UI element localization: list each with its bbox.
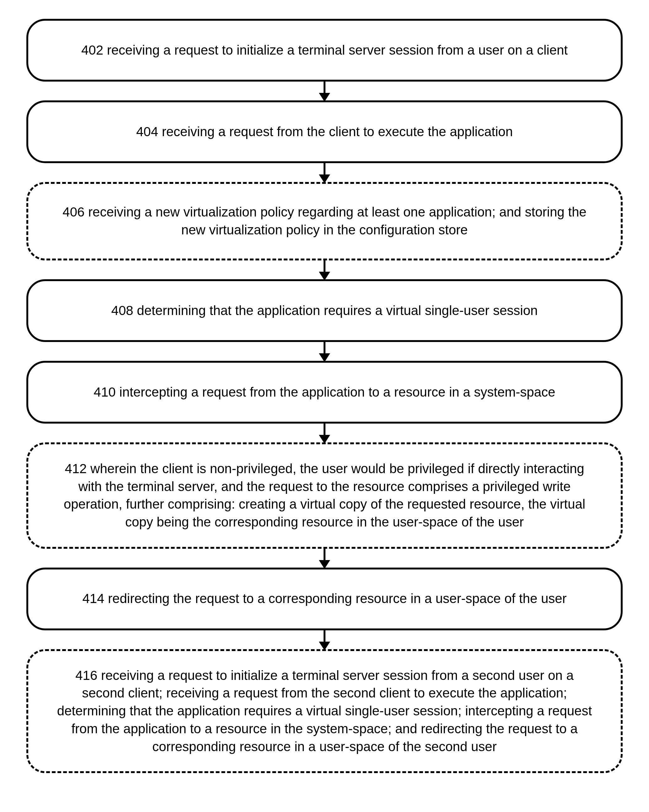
node-402-text: 402 receiving a request to initialize a … — [81, 41, 568, 59]
node-404: 404 receiving a request from the client … — [26, 101, 623, 163]
arrow-icon — [324, 630, 325, 649]
flowchart: 402 receiving a request to initialize a … — [25, 19, 624, 773]
node-416: 416 receiving a request to initialize a … — [26, 649, 623, 773]
node-404-text: 404 receiving a request from the client … — [136, 123, 513, 141]
arrow-icon — [324, 82, 325, 101]
node-414-text: 414 redirecting the request to a corresp… — [82, 590, 567, 608]
node-414: 414 redirecting the request to a corresp… — [26, 568, 623, 630]
arrow-icon — [324, 260, 325, 279]
node-412-text: 412 wherein the client is non-privileged… — [57, 460, 592, 531]
node-410-text: 410 intercepting a request from the appl… — [94, 383, 556, 401]
node-412: 412 wherein the client is non-privileged… — [26, 443, 623, 549]
arrow-icon — [324, 163, 325, 182]
node-402: 402 receiving a request to initialize a … — [26, 19, 623, 82]
node-408: 408 determining that the application req… — [26, 279, 623, 342]
node-406-text: 406 receiving a new virtualization polic… — [57, 203, 592, 239]
arrow-icon — [324, 424, 325, 443]
arrow-icon — [324, 549, 325, 568]
arrow-icon — [324, 342, 325, 361]
node-408-text: 408 determining that the application req… — [111, 302, 538, 320]
node-410: 410 intercepting a request from the appl… — [26, 361, 623, 424]
node-406: 406 receiving a new virtualization polic… — [26, 182, 623, 260]
node-416-text: 416 receiving a request to initialize a … — [57, 667, 592, 756]
